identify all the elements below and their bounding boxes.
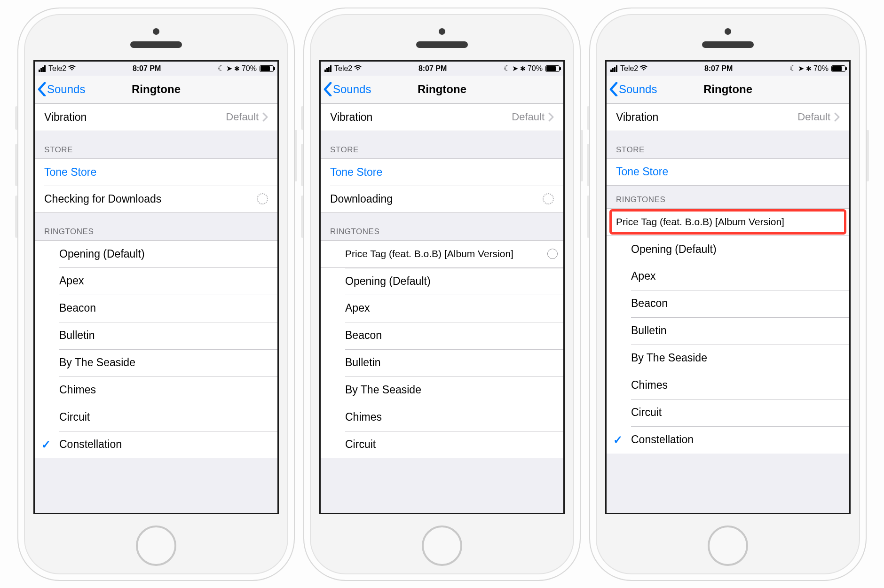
tone-store-row[interactable]: Tone Store bbox=[607, 158, 849, 186]
tone-store-row[interactable]: Tone Store bbox=[35, 158, 277, 186]
dnd-icon: ☾ bbox=[218, 64, 224, 73]
home-button[interactable] bbox=[136, 525, 176, 566]
battery-icon bbox=[260, 65, 274, 72]
ringtone-constellation[interactable]: ✓ Constellation bbox=[35, 431, 277, 458]
camera-icon bbox=[439, 28, 445, 35]
spinner-icon bbox=[543, 193, 554, 204]
signal-icon bbox=[39, 65, 46, 72]
location-icon: ➤ bbox=[798, 64, 804, 73]
download-progress-icon bbox=[547, 249, 558, 259]
ringtone-bulletin[interactable]: Bulletin bbox=[607, 317, 849, 345]
wifi-icon bbox=[354, 64, 362, 72]
bluetooth-icon: ✱ bbox=[520, 65, 526, 72]
status-time: 8:07 PM bbox=[133, 64, 161, 73]
speaker-icon bbox=[702, 41, 754, 48]
back-button[interactable]: Sounds bbox=[321, 82, 371, 96]
home-button[interactable] bbox=[708, 525, 748, 566]
back-button[interactable]: Sounds bbox=[35, 82, 85, 96]
vibration-label: Vibration bbox=[616, 111, 658, 124]
ringtone-beacon[interactable]: Beacon bbox=[35, 295, 277, 322]
camera-icon bbox=[725, 28, 731, 35]
ringtone-opening[interactable]: Opening (Default) bbox=[321, 267, 563, 295]
checkmark-icon: ✓ bbox=[41, 438, 51, 451]
ringtone-opening[interactable]: Opening (Default) bbox=[35, 240, 277, 267]
nav-bar: Sounds Ringtone bbox=[607, 76, 849, 104]
battery-percent: 70% bbox=[813, 64, 829, 73]
carrier-label: Tele2 bbox=[334, 64, 352, 73]
ringtone-apex[interactable]: Apex bbox=[321, 295, 563, 322]
store-header: STORE bbox=[321, 131, 563, 158]
ringtone-chimes[interactable]: Chimes bbox=[607, 372, 849, 399]
vibration-row[interactable]: Vibration Default bbox=[607, 104, 849, 131]
vibration-row[interactable]: Vibration Default bbox=[35, 104, 277, 131]
phone-frame-1: Tele2 8:07 PM ☾ ➤ ✱ 70% Soun bbox=[17, 8, 295, 581]
ringtone-price-tag[interactable]: Price Tag (feat. B.o.B) [Album Version] bbox=[321, 240, 563, 267]
back-button[interactable]: Sounds bbox=[607, 82, 657, 96]
ringtone-chimes[interactable]: Chimes bbox=[321, 404, 563, 431]
ringtone-beacon[interactable]: Beacon bbox=[321, 322, 563, 349]
nav-bar: Sounds Ringtone bbox=[321, 76, 563, 104]
ringtones-header: RINGTONES bbox=[35, 213, 277, 240]
downloading-label: Downloading bbox=[330, 193, 393, 205]
battery-percent: 70% bbox=[528, 64, 543, 73]
speaker-icon bbox=[130, 41, 182, 48]
back-label: Sounds bbox=[333, 83, 371, 96]
back-label: Sounds bbox=[619, 83, 657, 96]
ringtone-beacon[interactable]: Beacon bbox=[607, 290, 849, 317]
downloading-row[interactable]: Downloading bbox=[321, 186, 563, 213]
home-button[interactable] bbox=[422, 525, 462, 566]
ringtones-header: RINGTONES bbox=[321, 213, 563, 240]
vibration-label: Vibration bbox=[330, 111, 372, 124]
dnd-icon: ☾ bbox=[504, 64, 510, 73]
ringtone-bulletin[interactable]: Bulletin bbox=[35, 322, 277, 349]
ringtone-opening[interactable]: Opening (Default) bbox=[607, 235, 849, 263]
ringtone-constellation[interactable]: ✓ Constellation bbox=[607, 426, 849, 454]
vibration-value: Default bbox=[512, 111, 545, 123]
ringtone-circuit[interactable]: Circuit bbox=[35, 404, 277, 431]
back-label: Sounds bbox=[47, 83, 85, 96]
ringtone-apex[interactable]: Apex bbox=[35, 267, 277, 295]
vibration-row[interactable]: Vibration Default bbox=[321, 104, 563, 131]
vibration-value: Default bbox=[797, 111, 830, 123]
phone-frame-3: Tele2 8:07 PM ☾ ➤ ✱ 70% Sounds Ringtone bbox=[589, 8, 867, 581]
chevron-right-icon bbox=[262, 112, 268, 122]
tone-store-row[interactable]: Tone Store bbox=[321, 158, 563, 186]
ringtone-chimes[interactable]: Chimes bbox=[35, 376, 277, 404]
store-header: STORE bbox=[35, 131, 277, 158]
ringtone-seaside[interactable]: By The Seaside bbox=[35, 349, 277, 376]
ringtone-circuit[interactable]: Circuit bbox=[321, 431, 563, 458]
tone-store-link: Tone Store bbox=[330, 166, 382, 179]
checkmark-icon: ✓ bbox=[613, 433, 623, 447]
wifi-icon bbox=[68, 64, 76, 72]
status-bar: Tele2 8:07 PM ☾ ➤ ✱ 70% bbox=[35, 62, 277, 76]
status-bar: Tele2 8:07 PM ☾ ➤ ✱ 70% bbox=[321, 62, 563, 76]
battery-icon bbox=[831, 65, 845, 72]
ringtone-seaside[interactable]: By The Seaside bbox=[607, 345, 849, 372]
speaker-icon bbox=[416, 41, 468, 48]
vibration-label: Vibration bbox=[44, 111, 87, 124]
status-time: 8:07 PM bbox=[704, 64, 733, 73]
wifi-icon bbox=[640, 64, 647, 72]
checking-downloads-label: Checking for Downloads bbox=[44, 193, 161, 205]
location-icon: ➤ bbox=[512, 64, 518, 73]
ringtone-bulletin[interactable]: Bulletin bbox=[321, 349, 563, 376]
tone-store-link: Tone Store bbox=[44, 166, 96, 179]
location-icon: ➤ bbox=[226, 64, 232, 73]
dnd-icon: ☾ bbox=[789, 64, 796, 73]
chevron-right-icon bbox=[834, 112, 840, 122]
status-time: 8:07 PM bbox=[418, 64, 447, 73]
signal-icon bbox=[324, 65, 332, 72]
camera-icon bbox=[153, 28, 159, 35]
ringtones-header: RINGTONES bbox=[607, 186, 849, 208]
status-bar: Tele2 8:07 PM ☾ ➤ ✱ 70% bbox=[607, 62, 849, 76]
ringtone-seaside[interactable]: By The Seaside bbox=[321, 376, 563, 404]
carrier-label: Tele2 bbox=[48, 64, 66, 73]
battery-percent: 70% bbox=[242, 64, 257, 73]
bluetooth-icon: ✱ bbox=[806, 65, 812, 72]
bluetooth-icon: ✱ bbox=[234, 65, 240, 72]
checking-downloads-row[interactable]: Checking for Downloads bbox=[35, 186, 277, 213]
ringtone-circuit[interactable]: Circuit bbox=[607, 399, 849, 426]
carrier-label: Tele2 bbox=[620, 64, 638, 73]
ringtone-apex[interactable]: Apex bbox=[607, 263, 849, 290]
ringtone-price-tag[interactable]: Price Tag (feat. B.o.B) [Album Version] bbox=[607, 208, 849, 235]
